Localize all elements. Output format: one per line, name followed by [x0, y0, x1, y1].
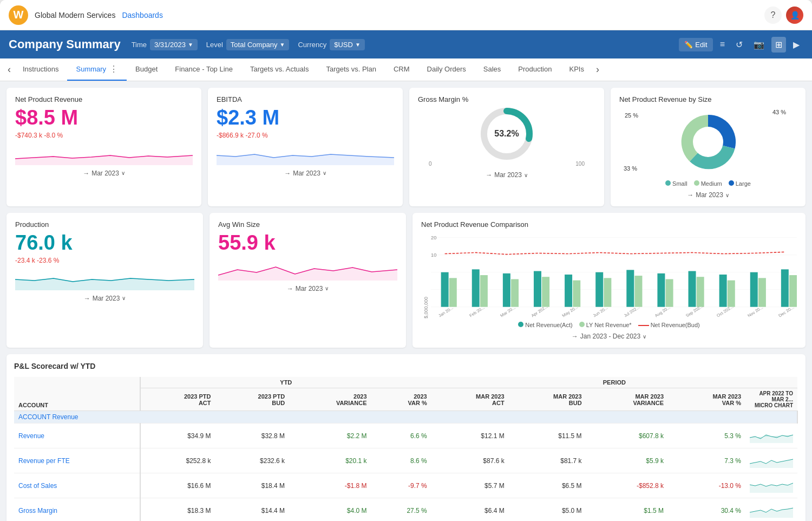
period-var-header: MAR 2023VARIANCE [586, 388, 668, 411]
svg-rect-25 [604, 278, 611, 307]
net-product-revenue-comparison-footer[interactable]: → Jan 2023 - Dec 2023 ∨ [421, 333, 797, 340]
svg-rect-15 [449, 278, 457, 307]
gross-margin-ytd-bud: $14.4 M [215, 498, 290, 522]
filter-icon-button[interactable]: ≡ [716, 37, 729, 52]
revenue-per-fte-micro-chart [745, 448, 797, 473]
help-icon[interactable]: ? [764, 6, 782, 24]
footer-chevron-icon: ∨ [323, 170, 326, 176]
net-product-revenue-title: Net Product Revenue [15, 95, 193, 103]
cost-of-sales-micro-chart [745, 473, 797, 498]
footer-chevron-icon: ∨ [325, 285, 329, 291]
avg-win-size-value: 55.9 k [218, 232, 397, 255]
revenue-per-fte-account: Revenue per FTE [14, 448, 140, 473]
video-icon-button[interactable]: ▶ [789, 37, 803, 53]
dashboards-link[interactable]: Dashboards [122, 11, 163, 19]
revenue-per-fte-ytd-act: $252.8 k [140, 448, 215, 473]
tab-kpis[interactable]: KPIs [560, 58, 592, 81]
grid-icon-button[interactable]: ⊞ [771, 37, 786, 53]
edit-button[interactable]: ✏️ Edit [679, 38, 712, 51]
avg-win-size-footer[interactable]: → Mar 2023 ∨ [218, 285, 397, 292]
gross-margin-period-act: $6.4 M [431, 498, 509, 522]
tab-instructions[interactable]: Instructions [14, 58, 67, 81]
ytd-act-header: 2023 PTDACT [140, 388, 215, 411]
gross-margin-widget: Gross Margin % 53.2% 0 100 → Mar 2023 ∨ [409, 88, 604, 206]
period-act-header: MAR 2023ACT [431, 388, 509, 411]
footer-chevron-icon: ∨ [121, 170, 125, 176]
production-delta: -23.4 k -23.6 % [15, 257, 194, 264]
net-product-revenue-by-size-widget: Net Product Revenue by Size 43 % 25 % 33… [611, 88, 806, 206]
tab-sales[interactable]: Sales [475, 58, 510, 81]
middle-widget-row: Production 76.0 k -23.4 k -23.6 % → Mar … [6, 213, 806, 348]
time-filter: Time 3/31/2023 ▼ [132, 39, 198, 50]
gross-margin-period-var-pct: 30.4 % [668, 498, 745, 522]
tab-targets-vs-actuals[interactable]: Targets vs. Actuals [241, 58, 317, 81]
svg-text:Feb 20...: Feb 20... [468, 305, 486, 318]
svg-rect-23 [573, 281, 580, 307]
revenue-period-var: $607.8 k [586, 424, 668, 448]
revenue-per-fte-period-var-pct: 7.3 % [668, 448, 745, 473]
footer-chevron-icon: ∨ [524, 172, 528, 178]
revenue-period-bud: $11.5 M [509, 424, 586, 448]
footer-arrow-icon: → [284, 170, 291, 177]
pl-scorecard-table: ACCOUNT YTD PERIOD 2023 PTDACT 2023 PTDB… [14, 377, 798, 521]
tab-summary-more-icon[interactable]: ⋮ [109, 64, 118, 74]
legend-ly-net-revenue: LY Net Revenue* [579, 322, 632, 328]
gross-margin-footer[interactable]: → Mar 2023 ∨ [418, 171, 595, 179]
svg-rect-19 [511, 279, 519, 307]
tab-targets-vs-plan[interactable]: Targets vs. Plan [317, 58, 385, 81]
level-value-select[interactable]: Total Company ▼ [226, 39, 290, 50]
avg-win-size-widget: Avg Win Size 55.9 k → Mar 2023 ∨ [209, 213, 406, 348]
footer-chevron-icon: ∨ [122, 295, 126, 301]
user-avatar[interactable]: 👤 [786, 6, 803, 24]
ebitda-title: EBITDA [217, 95, 394, 103]
tab-budget[interactable]: Budget [127, 58, 166, 81]
ytd-var-header: 2023VARIANCE [289, 388, 371, 411]
legend-large: Large [729, 180, 751, 187]
camera-icon-button[interactable]: 📷 [750, 37, 768, 53]
avg-win-size-title: Avg Win Size [218, 220, 397, 229]
legend-medium: Medium [694, 180, 722, 187]
net-product-revenue-widget: Net Product Revenue $8.5 M -$740.3 k -8.… [6, 88, 201, 206]
footer-chevron-icon: ∨ [643, 334, 646, 340]
net-product-revenue-by-size-footer[interactable]: → Mar 2023 ∨ [619, 191, 797, 199]
y-axis-label: $,000,000 [421, 232, 431, 318]
gross-margin-ytd-act: $18.3 M [140, 498, 215, 522]
tab-daily-orders[interactable]: Daily Orders [418, 58, 475, 81]
bar-chart-wrapper: $,000,000 20 10 [421, 232, 797, 318]
svg-rect-16 [472, 269, 480, 307]
footer-arrow-icon: → [486, 171, 492, 179]
svg-text:10: 10 [431, 252, 436, 258]
tab-prev-button[interactable]: ‹ [4, 58, 14, 81]
production-footer[interactable]: → Mar 2023 ∨ [15, 295, 194, 302]
gross-margin-period-bud: $5.0 M [509, 498, 586, 522]
footer-arrow-icon: → [287, 285, 293, 292]
legend-net-revenue-bud: Net Revenue(Bud) [638, 322, 700, 328]
svg-rect-27 [634, 276, 642, 307]
ytd-var-pct-header: 2023VAR % [371, 388, 431, 411]
svg-rect-37 [789, 275, 797, 307]
currency-value-select[interactable]: $USD ▼ [330, 39, 365, 50]
tab-crm[interactable]: CRM [385, 58, 418, 81]
tab-production[interactable]: Production [509, 58, 560, 81]
table-row-revenue-per-fte: Revenue per FTE $252.8 k $232.6 k $20.1 … [14, 448, 797, 473]
time-chevron-icon: ▼ [188, 42, 193, 48]
svg-rect-20 [534, 271, 541, 307]
net-product-revenue-comparison-title: Net Product Revenue Comparison [421, 220, 797, 229]
time-label: Time [132, 41, 147, 49]
refresh-icon-button[interactable]: ↺ [732, 37, 746, 53]
tab-next-button[interactable]: › [593, 58, 603, 81]
tab-finance-top-line[interactable]: Finance - Top Line [166, 58, 241, 81]
svg-marker-6 [218, 267, 397, 281]
ebitda-footer[interactable]: → Mar 2023 ∨ [217, 170, 394, 177]
tab-summary[interactable]: Summary ⋮ [67, 58, 127, 81]
header-actions: ✏️ Edit ≡ ↺ 📷 ⊞ ▶ [679, 37, 803, 53]
svg-text:Mar 20...: Mar 20... [499, 305, 516, 318]
header-bar: Company Summary Time 3/31/2023 ▼ Level T… [0, 30, 812, 58]
cost-of-sales-period-var: -$852.8 k [586, 473, 668, 498]
period-bud-header: MAR 2023BUD [509, 388, 586, 411]
revenue-ytd-var-pct: 6.6 % [371, 424, 431, 448]
net-product-revenue-footer[interactable]: → Mar 2023 ∨ [15, 170, 193, 177]
time-value-select[interactable]: 3/31/2023 ▼ [150, 39, 198, 50]
footer-arrow-icon: → [572, 333, 578, 340]
gross-margin-period-var: $1.5 M [586, 498, 668, 522]
